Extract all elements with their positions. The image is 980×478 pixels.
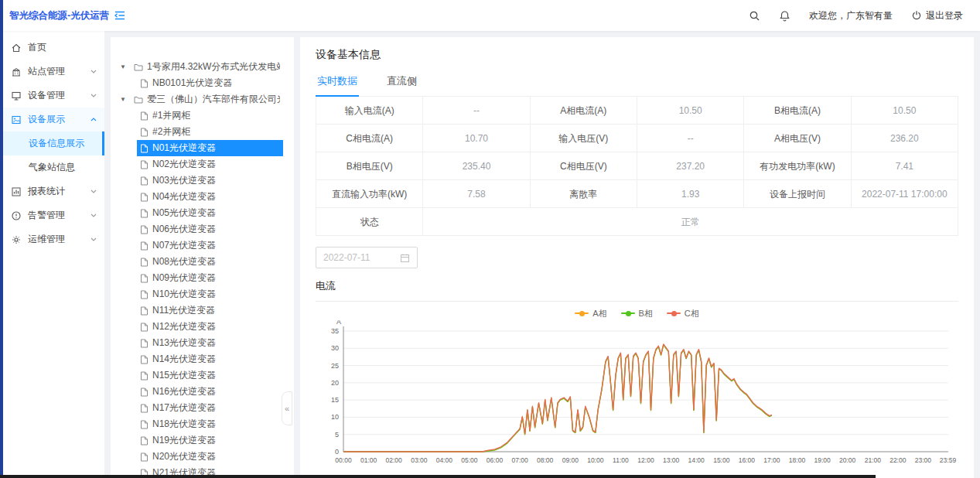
tree-item[interactable]: N19光伏逆变器 [111,432,294,449]
tree-item-label: N04光伏逆变器 [152,190,216,203]
tree-item-label: N11光伏逆变器 [152,304,215,317]
svg-text:02:00: 02:00 [386,456,403,464]
file-icon [140,355,149,364]
tree-item[interactable]: N02光伏逆变器 [111,156,294,172]
tree-item[interactable]: ▼ 爱三（佛山）汽车部件有限公司光伏发 [111,91,294,108]
tree-item-label: #2并网柜 [152,125,190,138]
info-label: 离散率 [531,180,637,208]
file-icon [140,225,149,234]
logout-button[interactable]: 退出登录 [911,9,963,22]
tree-item[interactable]: N09光伏逆变器 [111,270,294,286]
tree-item[interactable]: N01光伏逆变器 [111,140,294,156]
legend-item[interactable]: B相 [621,308,653,319]
tree-item-label: N08光伏逆变器 [152,255,216,268]
chevron-down-icon [90,189,97,193]
file-icon [140,371,149,381]
sidebar-item-label: 设备展示 [28,113,65,126]
sidebar: 首页 站点管理 设备管理 设备展示 设备信息展示 气象站信息 报表统计 告警管理… [0,31,104,478]
tree-item[interactable]: #2并网柜 [111,124,294,140]
tree-item[interactable]: N11光伏逆变器 [111,302,294,319]
date-picker[interactable]: 2022-07-11 [316,247,418,268]
legend-item[interactable]: C相 [667,308,699,319]
info-label: B相电流(A) [744,97,851,125]
info-value: 237.20 [637,152,744,180]
sidebar-item-operations-management[interactable]: 运维管理 [0,227,104,251]
tree-item[interactable]: N06光伏逆变器 [111,221,294,237]
info-value: -- [637,125,744,152]
tree-item[interactable]: NB0101光伏逆变器 [111,75,294,91]
sidebar-item-home[interactable]: 首页 [0,36,104,60]
collapse-tree-button[interactable]: « [282,391,292,425]
tree-item[interactable]: #1并网柜 [111,108,294,124]
sidebar-item-device-info-display[interactable]: 设备信息展示 [0,131,104,155]
tree-item[interactable]: N12光伏逆变器 [111,319,294,335]
svg-text:06:00: 06:00 [487,456,504,464]
tab-realtime-data[interactable]: 实时数据 [316,68,359,97]
search-icon[interactable] [749,10,760,22]
info-label: A相电压(V) [744,125,851,152]
tabs: 实时数据 直流侧 [316,68,958,97]
tree-item[interactable]: ▼ 1号家用4.32kW分布式光伏发电站 [111,59,294,75]
sidebar-item-report-statistics[interactable]: 报表统计 [0,179,104,203]
calendar-icon [400,253,410,263]
caret-down-icon[interactable]: ▼ [120,91,127,108]
tree-item-label: N13光伏逆变器 [152,336,216,350]
status-badge: 正常 [423,208,958,236]
tree-item[interactable]: N08光伏逆变器 [111,254,294,270]
sidebar-item-device-display[interactable]: 设备展示 [0,108,104,131]
tree-item-label: N03光伏逆变器 [152,174,216,187]
tree-item-label: N01光伏逆变器 [152,142,216,155]
caret-down-icon[interactable]: ▼ [120,59,127,75]
current-chart: 05101520253035A00:0001:0002:0003:0004:00… [316,320,958,477]
info-label: A相电流(A) [531,97,637,125]
svg-text:03:00: 03:00 [411,456,428,464]
tree-item[interactable]: N03光伏逆变器 [111,172,294,189]
tree-item[interactable]: N13光伏逆变器 [111,335,294,351]
svg-text:A: A [336,320,341,326]
page-title: 设备基本信息 [316,48,958,62]
tree-item[interactable]: N14光伏逆变器 [111,351,294,367]
file-icon [140,111,149,121]
sidebar-item-label: 设备信息展示 [29,137,84,150]
chevron-down-icon [90,237,97,241]
file-icon [140,290,149,299]
file-icon [140,209,149,218]
tree-item[interactable]: N10光伏逆变器 [111,286,294,302]
notification-bell-icon[interactable] [779,10,790,22]
gear-icon [11,234,22,245]
sidebar-item-label: 告警管理 [28,209,65,222]
tree-item[interactable]: N04光伏逆变器 [111,189,294,205]
svg-text:01:00: 01:00 [360,456,377,464]
svg-text:20: 20 [331,379,339,387]
legend-marker [575,312,589,314]
sidebar-item-label: 运维管理 [28,233,65,246]
tree-item[interactable]: N18光伏逆变器 [111,416,294,432]
tree-item-label: N15光伏逆变器 [152,369,216,382]
tree-item[interactable]: N05光伏逆变器 [111,205,294,221]
legend-item[interactable]: A相 [575,308,606,319]
sidebar-item-device-management[interactable]: 设备管理 [0,84,104,108]
file-icon [140,144,149,153]
sidebar-item-alarm-management[interactable]: 告警管理 [0,203,104,227]
file-icon [140,404,149,413]
tab-dc-side[interactable]: 直流侧 [385,68,418,96]
svg-text:5: 5 [335,431,339,439]
tree-item[interactable]: N07光伏逆变器 [111,237,294,254]
tree-item-label: N18光伏逆变器 [152,418,216,431]
file-icon [140,128,149,137]
tree-item-label: N17光伏逆变器 [152,401,216,415]
svg-text:08:00: 08:00 [537,456,554,464]
tree-item[interactable]: N17光伏逆变器 [111,400,294,416]
tree-item[interactable]: N16光伏逆变器 [111,384,294,400]
file-icon [140,339,149,348]
info-label: B相电压(V) [316,152,423,180]
svg-text:0: 0 [335,448,339,456]
sidebar-item-weather-station-info[interactable]: 气象站信息 [0,155,104,179]
tree-item-label: N10光伏逆变器 [152,288,216,301]
tree-item[interactable]: N15光伏逆变器 [111,367,294,384]
menu-fold-icon[interactable] [114,10,126,21]
tree-item[interactable]: N20光伏逆变器 [111,449,294,465]
window-bottom-edge [0,475,876,478]
sidebar-item-site-management[interactable]: 站点管理 [0,60,104,84]
svg-text:30: 30 [331,344,339,352]
